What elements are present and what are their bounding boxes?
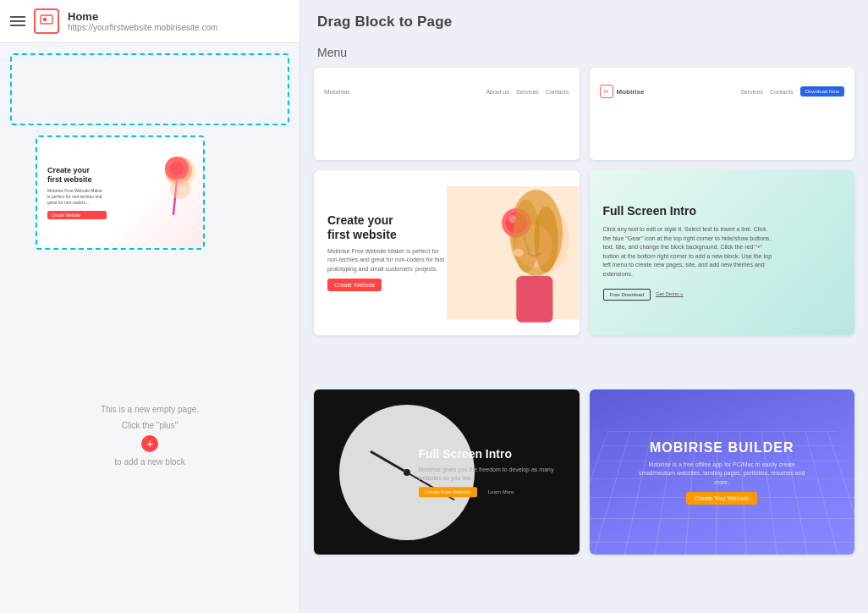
fullscreen-light-block[interactable]: Full Screen Intro Click any text to edit… (590, 170, 855, 335)
right-header: Drag Block to Page (300, 0, 868, 39)
fullscreen-dark-block[interactable]: Full Screen Intro Mobirise gives you the… (314, 389, 580, 555)
menu-block-colored[interactable]: M Mobirise Services Contacts Download No… (590, 68, 855, 160)
sidebar-header: Home https://yourfirstwebsite.mobirisesi… (0, 0, 299, 43)
fs-light-body: Click any text to edit or style it. Sele… (603, 225, 772, 279)
svg-point-18 (534, 206, 558, 272)
mobirise-builder-block[interactable]: MOBIRISE BUILDER Mobirise is a free offl… (590, 389, 855, 555)
empty-page-line1: This is a new empty page. (101, 403, 199, 416)
fs-light-buttons: Free Download Get Demo » (603, 289, 842, 301)
section-menu-label: Menu (300, 39, 868, 68)
home-info: Home https://yourfirstwebsite.mobirisesi… (68, 10, 217, 32)
svg-point-5 (170, 162, 184, 175)
learn-more-button[interactable]: Learn More (482, 488, 520, 498)
hamburger-icon[interactable] (10, 16, 25, 26)
fsd-title: Full Screen Intro (419, 447, 554, 461)
fsd-body: Mobirise gives you the freedom to develo… (419, 466, 554, 483)
right-panel: Drag Block to Page Menu Mobirise About u… (300, 0, 868, 613)
get-demo-link[interactable]: Get Demo » (656, 289, 683, 301)
clock-center-dot (404, 469, 410, 476)
download-now-button[interactable]: Download Now (800, 86, 844, 97)
hero-title: Create yourfirst website (327, 213, 446, 242)
svg-rect-16 (516, 276, 552, 323)
empty-page-line2: Click the "plus" (122, 419, 179, 432)
mb-content: MOBIRISE BUILDER Mobirise is a free offl… (637, 440, 806, 505)
block-text-area: Create yourfirst website Mobirise Free W… (47, 166, 107, 219)
hero-content: Create yourfirst website Mobirise Free W… (314, 170, 459, 335)
fsd-text-area: Full Screen Intro Mobirise gives you the… (419, 447, 554, 498)
menu-logo-text: Mobirise (324, 88, 349, 96)
sidebar: Home https://yourfirstwebsite.mobirisesi… (0, 0, 300, 613)
block-lollipop-image (152, 137, 199, 248)
hero-cta-button[interactable]: Create Website (327, 279, 382, 291)
svg-rect-1 (43, 18, 47, 21)
menu-links: About us Services Contacts (486, 89, 569, 95)
block-sub-text: Mobirise Free Website Maker is perfect f… (47, 188, 107, 206)
block-cta-button[interactable]: Create Website (47, 211, 107, 219)
home-logo-icon (34, 8, 59, 34)
menu-block-white[interactable]: Mobirise About us Services Contacts (314, 68, 580, 160)
blocks-grid: Mobirise About us Services Contacts M Mo… (300, 68, 868, 613)
home-title: Home (68, 10, 217, 23)
add-block-button[interactable]: + (141, 435, 158, 452)
free-download-button[interactable]: Free Download (603, 289, 651, 301)
mb-cta-button[interactable]: Create Your Website (686, 492, 757, 505)
hero-create-block[interactable]: Create yourfirst website Mobirise Free W… (314, 170, 580, 335)
sidebar-content: Create yourfirst website Mobirise Free W… (0, 43, 299, 613)
mb-body: Mobirise is a free offline app for PC/Ma… (637, 461, 806, 488)
menu-links-right: Services Contacts Download Now (740, 86, 844, 97)
fsd-buttons: Create Free Website Learn More (419, 488, 554, 498)
clock-hour-hand (370, 450, 408, 474)
drop-zone-empty[interactable] (10, 53, 289, 125)
empty-page-section: This is a new empty page. Click the "plu… (10, 260, 289, 603)
mb-title: MOBIRISE BUILDER (650, 440, 794, 456)
fs-light-title: Full Screen Intro (603, 204, 842, 218)
empty-page-line3: to add a new block (114, 456, 184, 468)
svg-point-7 (170, 179, 190, 199)
menu-icon-sq: M (600, 85, 613, 98)
home-url: https://yourfirstwebsite.mobirisesite.co… (68, 23, 217, 32)
svg-point-19 (513, 248, 524, 256)
hero-subtitle: Mobirise Free Website Maker is perfect f… (327, 247, 446, 274)
drag-title: Drag Block to Page (317, 14, 851, 30)
dragged-block-thumbnail[interactable]: Create yourfirst website Mobirise Free W… (36, 135, 205, 250)
create-free-website-button[interactable]: Create Free Website (419, 488, 477, 498)
hero-image-area (447, 170, 580, 335)
menu-logo-icon: M Mobirise (600, 85, 645, 98)
block-main-title: Create yourfirst website (47, 166, 107, 185)
